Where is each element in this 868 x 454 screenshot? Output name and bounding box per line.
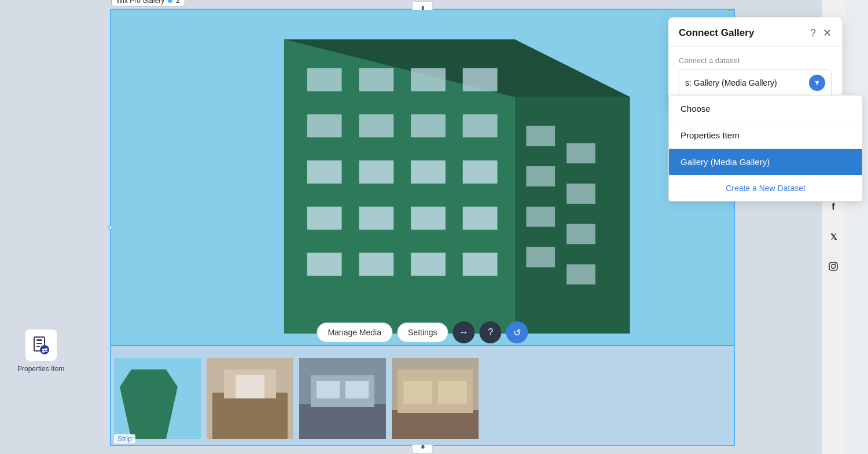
dropdown-item-choose[interactable]: Choose — [669, 96, 862, 122]
panel-help-button[interactable]: ? — [810, 27, 816, 39]
manage-media-button[interactable]: Manage Media — [317, 323, 392, 342]
panel-header-icons: ? ✕ — [810, 27, 832, 39]
component-dot-count: 2 — [176, 0, 180, 5]
panel-body: Connect a dataset s: Gallery (Media Gall… — [668, 47, 842, 105]
dataset-selected[interactable]: s: Gallery (Media Gallery) ▼ — [679, 69, 832, 96]
connect-gallery-panel: Connect Gallery ? ✕ Connect a dataset s:… — [668, 17, 842, 105]
svg-rect-19 — [463, 207, 498, 230]
svg-rect-49 — [36, 339, 42, 341]
svg-rect-20 — [307, 253, 342, 276]
gallery-toolbar: Manage Media Settings ↔ ? ↺ — [317, 321, 528, 343]
svg-rect-31 — [567, 264, 595, 284]
gallery-component[interactable]: Wix Pro Gallery 2 ⬇ ⬇ — [110, 9, 735, 446]
gallery-main-image — [111, 10, 734, 346]
svg-rect-11 — [463, 114, 498, 137]
svg-rect-39 — [299, 404, 386, 439]
svg-rect-44 — [392, 410, 479, 439]
thumbnail-1[interactable] — [114, 358, 201, 439]
svg-rect-30 — [526, 247, 555, 268]
svg-point-58 — [835, 263, 836, 265]
svg-rect-35 — [212, 393, 288, 439]
svg-rect-47 — [438, 381, 467, 404]
panel-close-button[interactable]: ✕ — [823, 27, 832, 39]
panel-header: Connect Gallery ? ✕ — [668, 17, 842, 47]
svg-rect-9 — [359, 114, 393, 137]
dataset-selected-text: s: Gallery (Media Gallery) — [685, 78, 777, 87]
gallery-strip — [111, 352, 734, 445]
svg-rect-26 — [526, 166, 555, 186]
component-label: Wix Pro Gallery 2 — [111, 0, 185, 6]
settings-button[interactable]: Settings — [397, 323, 448, 342]
refresh-button[interactable]: ↺ — [506, 321, 528, 343]
svg-rect-6 — [411, 68, 446, 91]
arrow-button[interactable]: ↔ — [453, 321, 475, 343]
svg-rect-25 — [567, 143, 595, 163]
svg-rect-56 — [829, 262, 837, 270]
svg-rect-29 — [567, 224, 595, 244]
svg-text:⇄: ⇄ — [42, 346, 47, 354]
svg-rect-10 — [411, 114, 446, 137]
dataset-dropdown[interactable]: s: Gallery (Media Gallery) ▼ Choose Prop… — [679, 69, 832, 96]
svg-point-57 — [832, 265, 836, 269]
instagram-icon[interactable] — [824, 257, 843, 276]
properties-widget[interactable]: ⇄ Properties Item — [17, 329, 64, 373]
svg-rect-23 — [463, 253, 498, 276]
twitter-icon[interactable]: 𝕏 — [824, 227, 843, 246]
svg-rect-12 — [307, 160, 342, 184]
thumbnail-2[interactable] — [207, 358, 293, 439]
properties-widget-label: Properties Item — [17, 365, 64, 373]
dropdown-item-gallery[interactable]: Gallery (Media Gallery) — [669, 149, 862, 175]
svg-rect-16 — [307, 207, 342, 230]
svg-rect-5 — [359, 68, 393, 91]
svg-rect-28 — [526, 207, 555, 227]
properties-icon: ⇄ — [32, 336, 50, 354]
svg-rect-21 — [359, 253, 393, 276]
svg-rect-18 — [411, 207, 446, 230]
component-label-text: Wix Pro Gallery — [116, 0, 164, 5]
dropdown-menu: Choose Properties Item Gallery (Media Ga… — [668, 95, 863, 202]
svg-rect-8 — [307, 114, 342, 137]
building-svg — [111, 10, 734, 346]
svg-rect-50 — [36, 343, 42, 344]
svg-rect-17 — [359, 207, 393, 230]
svg-text:f: f — [832, 202, 835, 211]
dropdown-item-create-new[interactable]: Create a New Dataset — [669, 175, 862, 201]
svg-rect-27 — [567, 184, 595, 204]
svg-rect-42 — [345, 381, 369, 398]
svg-rect-51 — [36, 346, 40, 347]
panel-title: Connect Gallery — [679, 27, 754, 39]
question-button[interactable]: ? — [480, 321, 502, 343]
svg-rect-24 — [526, 126, 555, 146]
component-dot — [168, 0, 172, 3]
strip-label: Strip — [114, 434, 135, 444]
svg-rect-22 — [411, 253, 446, 276]
svg-rect-46 — [403, 381, 432, 404]
svg-rect-13 — [359, 160, 393, 184]
svg-rect-14 — [411, 160, 446, 184]
dropdown-item-properties[interactable]: Properties Item — [669, 122, 862, 149]
svg-rect-7 — [463, 68, 498, 91]
svg-rect-41 — [317, 381, 340, 398]
connect-dataset-label: Connect a dataset — [679, 56, 832, 65]
thumbnail-4[interactable] — [392, 358, 479, 439]
svg-rect-37 — [236, 375, 264, 398]
thumbnail-3[interactable] — [299, 358, 386, 439]
svg-text:𝕏: 𝕏 — [830, 232, 837, 241]
properties-icon-box[interactable]: ⇄ — [25, 329, 57, 361]
dropdown-arrow-icon[interactable]: ▼ — [809, 75, 825, 91]
svg-rect-4 — [307, 68, 342, 91]
svg-rect-15 — [463, 160, 498, 184]
